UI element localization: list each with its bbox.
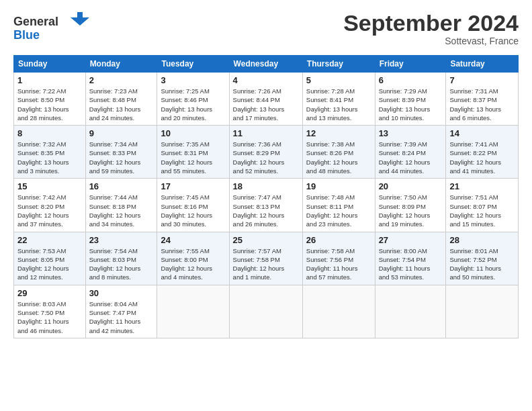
calendar-cell: 4Sunrise: 7:26 AM Sunset: 8:44 PM Daylig… xyxy=(229,73,302,126)
day-number: 25 xyxy=(233,235,299,245)
calendar-table: Sunday Monday Tuesday Wednesday Thursday… xyxy=(13,55,519,338)
day-number: 28 xyxy=(449,235,515,245)
day-number: 23 xyxy=(89,235,154,245)
calendar-cell: 15Sunrise: 7:42 AM Sunset: 8:20 PM Dayli… xyxy=(14,179,86,232)
subtitle: Sottevast, France xyxy=(343,36,519,46)
day-info: Sunrise: 7:44 AM Sunset: 8:18 PM Dayligh… xyxy=(89,193,154,228)
logo-svg: General Blue xyxy=(13,11,101,46)
col-wednesday: Wednesday xyxy=(229,56,302,73)
day-number: 14 xyxy=(449,128,515,138)
calendar-cell: 26Sunrise: 7:58 AM Sunset: 7:56 PM Dayli… xyxy=(302,232,375,285)
day-info: Sunrise: 7:55 AM Sunset: 8:00 PM Dayligh… xyxy=(161,246,225,282)
day-info: Sunrise: 7:41 AM Sunset: 8:22 PM Dayligh… xyxy=(449,140,515,175)
day-number: 8 xyxy=(17,128,82,138)
col-tuesday: Tuesday xyxy=(157,56,229,73)
col-saturday: Saturday xyxy=(446,56,519,73)
calendar-cell: 24Sunrise: 7:55 AM Sunset: 8:00 PM Dayli… xyxy=(157,232,229,285)
calendar-cell: 5Sunrise: 7:28 AM Sunset: 8:41 PM Daylig… xyxy=(302,73,375,126)
month-title: September 2024 xyxy=(343,11,519,36)
day-info: Sunrise: 8:03 AM Sunset: 7:50 PM Dayligh… xyxy=(17,300,82,335)
day-info: Sunrise: 8:01 AM Sunset: 7:52 PM Dayligh… xyxy=(449,246,515,282)
day-info: Sunrise: 7:22 AM Sunset: 8:50 PM Dayligh… xyxy=(17,87,82,122)
day-info: Sunrise: 7:32 AM Sunset: 8:35 PM Dayligh… xyxy=(17,140,82,175)
calendar-cell: 18Sunrise: 7:47 AM Sunset: 8:13 PM Dayli… xyxy=(229,179,302,232)
calendar-cell: 7Sunrise: 7:31 AM Sunset: 8:37 PM Daylig… xyxy=(446,73,519,126)
day-number: 27 xyxy=(379,235,443,245)
calendar-cell: 17Sunrise: 7:45 AM Sunset: 8:16 PM Dayli… xyxy=(157,179,229,232)
day-number: 15 xyxy=(17,181,82,191)
day-number: 21 xyxy=(449,181,515,191)
day-number: 13 xyxy=(379,128,443,138)
calendar-cell: 3Sunrise: 7:25 AM Sunset: 8:46 PM Daylig… xyxy=(157,73,229,126)
calendar-cell: 14Sunrise: 7:41 AM Sunset: 8:22 PM Dayli… xyxy=(446,126,519,179)
day-info: Sunrise: 7:38 AM Sunset: 8:26 PM Dayligh… xyxy=(306,140,371,175)
day-info: Sunrise: 7:26 AM Sunset: 8:44 PM Dayligh… xyxy=(233,87,299,122)
week-row-1: 8Sunrise: 7:32 AM Sunset: 8:35 PM Daylig… xyxy=(14,126,519,179)
day-info: Sunrise: 7:39 AM Sunset: 8:24 PM Dayligh… xyxy=(379,140,443,175)
calendar-cell: 10Sunrise: 7:35 AM Sunset: 8:31 PM Dayli… xyxy=(157,126,229,179)
day-number: 9 xyxy=(89,128,154,138)
calendar-cell: 27Sunrise: 8:00 AM Sunset: 7:54 PM Dayli… xyxy=(375,232,446,285)
calendar-cell: 11Sunrise: 7:36 AM Sunset: 8:29 PM Dayli… xyxy=(229,126,302,179)
calendar-cell: 28Sunrise: 8:01 AM Sunset: 7:52 PM Dayli… xyxy=(446,232,519,285)
day-info: Sunrise: 7:23 AM Sunset: 8:48 PM Dayligh… xyxy=(89,87,154,122)
title-block: September 2024 Sottevast, France xyxy=(343,11,519,46)
day-info: Sunrise: 7:34 AM Sunset: 8:33 PM Dayligh… xyxy=(89,140,154,175)
week-row-0: 1Sunrise: 7:22 AM Sunset: 8:50 PM Daylig… xyxy=(14,73,519,126)
day-info: Sunrise: 7:42 AM Sunset: 8:20 PM Dayligh… xyxy=(17,193,82,228)
header-row: Sunday Monday Tuesday Wednesday Thursday… xyxy=(14,56,519,73)
day-number: 6 xyxy=(379,75,443,85)
calendar-cell: 21Sunrise: 7:51 AM Sunset: 8:07 PM Dayli… xyxy=(446,179,519,232)
week-row-4: 29Sunrise: 8:03 AM Sunset: 7:50 PM Dayli… xyxy=(14,285,519,338)
day-info: Sunrise: 7:53 AM Sunset: 8:05 PM Dayligh… xyxy=(17,246,82,282)
day-number: 29 xyxy=(17,288,82,298)
day-info: Sunrise: 7:50 AM Sunset: 8:09 PM Dayligh… xyxy=(379,193,443,228)
header: General Blue September 2024 Sottevast, F… xyxy=(13,11,519,48)
day-info: Sunrise: 7:31 AM Sunset: 8:37 PM Dayligh… xyxy=(449,87,515,122)
calendar-cell: 9Sunrise: 7:34 AM Sunset: 8:33 PM Daylig… xyxy=(85,126,157,179)
day-number: 2 xyxy=(89,75,154,85)
col-sunday: Sunday xyxy=(14,56,86,73)
col-friday: Friday xyxy=(375,56,446,73)
day-number: 22 xyxy=(17,235,82,245)
calendar-cell: 23Sunrise: 7:54 AM Sunset: 8:03 PM Dayli… xyxy=(85,232,157,285)
day-number: 19 xyxy=(306,181,371,191)
day-number: 7 xyxy=(449,75,515,85)
calendar-cell: 22Sunrise: 7:53 AM Sunset: 8:05 PM Dayli… xyxy=(14,232,86,285)
calendar-cell xyxy=(157,285,229,338)
calendar-cell: 20Sunrise: 7:50 AM Sunset: 8:09 PM Dayli… xyxy=(375,179,446,232)
day-info: Sunrise: 7:57 AM Sunset: 7:58 PM Dayligh… xyxy=(233,246,299,282)
day-info: Sunrise: 7:36 AM Sunset: 8:29 PM Dayligh… xyxy=(233,140,299,175)
calendar-cell xyxy=(229,285,302,338)
calendar-cell xyxy=(375,285,446,338)
calendar-cell: 6Sunrise: 7:29 AM Sunset: 8:39 PM Daylig… xyxy=(375,73,446,126)
svg-text:Blue: Blue xyxy=(13,28,40,42)
day-info: Sunrise: 7:28 AM Sunset: 8:41 PM Dayligh… xyxy=(306,87,371,122)
day-info: Sunrise: 7:29 AM Sunset: 8:39 PM Dayligh… xyxy=(379,87,443,122)
logo: General Blue xyxy=(13,11,101,48)
calendar-cell: 12Sunrise: 7:38 AM Sunset: 8:26 PM Dayli… xyxy=(302,126,375,179)
svg-text:General: General xyxy=(13,15,58,28)
col-thursday: Thursday xyxy=(302,56,375,73)
week-row-2: 15Sunrise: 7:42 AM Sunset: 8:20 PM Dayli… xyxy=(14,179,519,232)
day-number: 3 xyxy=(161,75,225,85)
day-info: Sunrise: 7:58 AM Sunset: 7:56 PM Dayligh… xyxy=(306,246,371,282)
day-number: 12 xyxy=(306,128,371,138)
col-monday: Monday xyxy=(85,56,157,73)
day-number: 20 xyxy=(379,181,443,191)
day-number: 10 xyxy=(161,128,225,138)
day-number: 4 xyxy=(233,75,299,85)
calendar-cell: 2Sunrise: 7:23 AM Sunset: 8:48 PM Daylig… xyxy=(85,73,157,126)
day-number: 18 xyxy=(233,181,299,191)
calendar-cell: 19Sunrise: 7:48 AM Sunset: 8:11 PM Dayli… xyxy=(302,179,375,232)
page: General Blue September 2024 Sottevast, F… xyxy=(0,0,532,345)
day-info: Sunrise: 7:45 AM Sunset: 8:16 PM Dayligh… xyxy=(161,193,225,228)
calendar-cell: 8Sunrise: 7:32 AM Sunset: 8:35 PM Daylig… xyxy=(14,126,86,179)
calendar-cell: 29Sunrise: 8:03 AM Sunset: 7:50 PM Dayli… xyxy=(14,285,86,338)
day-number: 30 xyxy=(89,288,154,298)
day-info: Sunrise: 8:04 AM Sunset: 7:47 PM Dayligh… xyxy=(89,300,154,335)
week-row-3: 22Sunrise: 7:53 AM Sunset: 8:05 PM Dayli… xyxy=(14,232,519,285)
day-info: Sunrise: 7:48 AM Sunset: 8:11 PM Dayligh… xyxy=(306,193,371,228)
day-number: 5 xyxy=(306,75,371,85)
day-number: 24 xyxy=(161,235,225,245)
